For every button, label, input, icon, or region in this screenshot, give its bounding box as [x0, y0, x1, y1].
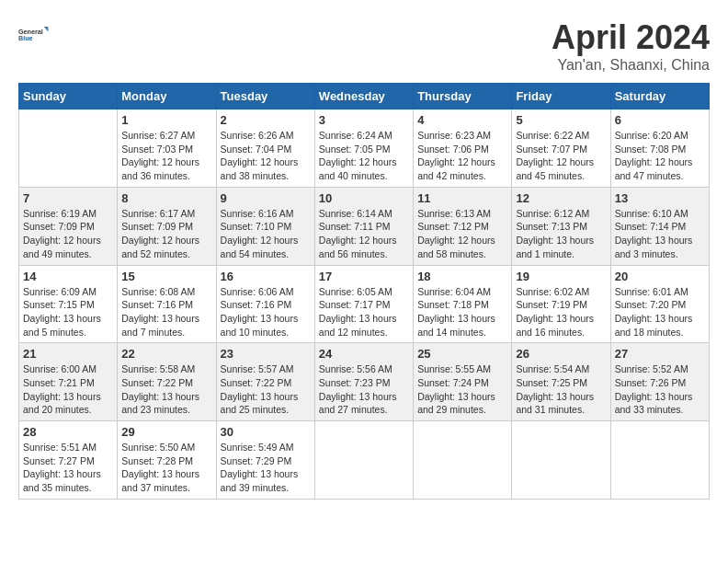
calendar-cell: 14Sunrise: 6:09 AMSunset: 7:15 PMDayligh…	[19, 265, 118, 343]
calendar-week-row: 21Sunrise: 6:00 AMSunset: 7:21 PMDayligh…	[19, 343, 710, 421]
weekday-header: Thursday	[414, 84, 512, 109]
calendar-cell: 22Sunrise: 5:58 AMSunset: 7:22 PMDayligh…	[118, 343, 216, 421]
logo: GeneralBlue	[18, 18, 55, 52]
day-info: Sunrise: 5:54 AMSunset: 7:25 PMDaylight:…	[516, 362, 606, 417]
day-number: 13	[615, 191, 705, 205]
day-number: 15	[121, 270, 211, 283]
calendar-cell: 2Sunrise: 6:26 AMSunset: 7:04 PMDaylight…	[216, 109, 314, 188]
day-info: Sunrise: 6:16 AMSunset: 7:10 PMDaylight:…	[221, 207, 311, 261]
calendar-cell: 29Sunrise: 5:50 AMSunset: 7:28 PMDayligh…	[118, 421, 216, 500]
calendar-cell: 28Sunrise: 5:51 AMSunset: 7:27 PMDayligh…	[19, 421, 118, 500]
calendar-week-row: 28Sunrise: 5:51 AMSunset: 7:27 PMDayligh…	[19, 421, 710, 500]
calendar-cell	[512, 421, 610, 500]
svg-text:Blue: Blue	[18, 34, 33, 42]
weekday-header: Tuesday	[216, 84, 314, 109]
day-number: 22	[121, 347, 211, 361]
calendar-cell: 4Sunrise: 6:23 AMSunset: 7:06 PMDaylight…	[414, 109, 512, 188]
day-info: Sunrise: 6:17 AMSunset: 7:09 PMDaylight:…	[121, 207, 211, 261]
calendar-cell: 7Sunrise: 6:19 AMSunset: 7:09 PMDaylight…	[19, 187, 118, 265]
day-info: Sunrise: 5:55 AMSunset: 7:24 PMDaylight:…	[417, 362, 507, 417]
page-header: GeneralBlue April 2024 Yan'an, Shaanxi, …	[18, 18, 710, 74]
calendar-cell: 11Sunrise: 6:13 AMSunset: 7:12 PMDayligh…	[414, 187, 512, 265]
day-info: Sunrise: 6:13 AMSunset: 7:12 PMDaylight:…	[417, 207, 507, 261]
calendar-cell: 1Sunrise: 6:27 AMSunset: 7:03 PMDaylight…	[118, 109, 216, 188]
day-info: Sunrise: 5:50 AMSunset: 7:28 PMDaylight:…	[121, 441, 211, 495]
day-info: Sunrise: 5:57 AMSunset: 7:22 PMDaylight:…	[221, 362, 311, 417]
day-number: 1	[121, 113, 211, 127]
day-info: Sunrise: 6:22 AMSunset: 7:07 PMDaylight:…	[516, 129, 606, 183]
calendar-cell	[314, 421, 413, 500]
calendar-cell: 3Sunrise: 6:24 AMSunset: 7:05 PMDaylight…	[314, 109, 413, 188]
day-info: Sunrise: 6:02 AMSunset: 7:19 PMDaylight:…	[516, 285, 606, 339]
day-number: 12	[516, 191, 606, 205]
calendar-cell: 6Sunrise: 6:20 AMSunset: 7:08 PMDaylight…	[610, 109, 709, 188]
day-info: Sunrise: 5:52 AMSunset: 7:26 PMDaylight:…	[615, 362, 705, 417]
calendar-cell: 19Sunrise: 6:02 AMSunset: 7:19 PMDayligh…	[512, 265, 610, 343]
day-info: Sunrise: 6:12 AMSunset: 7:13 PMDaylight:…	[516, 207, 606, 261]
day-info: Sunrise: 6:01 AMSunset: 7:20 PMDaylight:…	[615, 285, 705, 339]
day-info: Sunrise: 6:08 AMSunset: 7:16 PMDaylight:…	[121, 285, 211, 339]
day-number: 30	[221, 425, 311, 439]
calendar-cell	[414, 421, 512, 500]
calendar-week-row: 1Sunrise: 6:27 AMSunset: 7:03 PMDaylight…	[19, 109, 710, 188]
day-number: 26	[516, 347, 606, 361]
day-number: 11	[417, 191, 507, 205]
day-number: 3	[319, 113, 409, 127]
day-number: 18	[417, 270, 507, 283]
calendar-cell: 25Sunrise: 5:55 AMSunset: 7:24 PMDayligh…	[414, 343, 512, 421]
day-number: 14	[23, 270, 113, 283]
calendar-cell: 12Sunrise: 6:12 AMSunset: 7:13 PMDayligh…	[512, 187, 610, 265]
calendar-cell: 8Sunrise: 6:17 AMSunset: 7:09 PMDaylight…	[118, 187, 216, 265]
calendar-cell: 18Sunrise: 6:04 AMSunset: 7:18 PMDayligh…	[414, 265, 512, 343]
day-info: Sunrise: 6:14 AMSunset: 7:11 PMDaylight:…	[319, 207, 409, 261]
day-info: Sunrise: 5:49 AMSunset: 7:29 PMDaylight:…	[221, 441, 311, 495]
day-info: Sunrise: 6:23 AMSunset: 7:06 PMDaylight:…	[417, 129, 507, 183]
day-info: Sunrise: 6:04 AMSunset: 7:18 PMDaylight:…	[417, 285, 507, 339]
day-number: 21	[23, 347, 113, 361]
calendar-cell: 21Sunrise: 6:00 AMSunset: 7:21 PMDayligh…	[19, 343, 118, 421]
day-number: 8	[121, 191, 211, 205]
calendar-cell: 26Sunrise: 5:54 AMSunset: 7:25 PMDayligh…	[512, 343, 610, 421]
day-info: Sunrise: 6:06 AMSunset: 7:16 PMDaylight:…	[221, 285, 311, 339]
calendar-cell: 30Sunrise: 5:49 AMSunset: 7:29 PMDayligh…	[216, 421, 314, 500]
day-info: Sunrise: 6:20 AMSunset: 7:08 PMDaylight:…	[615, 129, 705, 183]
title-area: April 2024 Yan'an, Shaanxi, China	[552, 18, 710, 74]
day-number: 17	[319, 270, 409, 283]
calendar-cell: 23Sunrise: 5:57 AMSunset: 7:22 PMDayligh…	[216, 343, 314, 421]
weekday-header: Wednesday	[314, 84, 413, 109]
calendar-cell: 24Sunrise: 5:56 AMSunset: 7:23 PMDayligh…	[314, 343, 413, 421]
calendar-cell: 20Sunrise: 6:01 AMSunset: 7:20 PMDayligh…	[610, 265, 709, 343]
calendar-cell: 15Sunrise: 6:08 AMSunset: 7:16 PMDayligh…	[118, 265, 216, 343]
calendar-cell: 5Sunrise: 6:22 AMSunset: 7:07 PMDaylight…	[512, 109, 610, 188]
calendar-cell: 17Sunrise: 6:05 AMSunset: 7:17 PMDayligh…	[314, 265, 413, 343]
day-number: 10	[319, 191, 409, 205]
logo-icon: GeneralBlue	[18, 18, 51, 52]
calendar-cell: 9Sunrise: 6:16 AMSunset: 7:10 PMDaylight…	[216, 187, 314, 265]
calendar-cell	[19, 109, 118, 188]
day-number: 27	[615, 347, 705, 361]
day-number: 16	[221, 270, 311, 283]
day-info: Sunrise: 5:56 AMSunset: 7:23 PMDaylight:…	[319, 362, 409, 417]
day-info: Sunrise: 6:09 AMSunset: 7:15 PMDaylight:…	[23, 285, 113, 339]
weekday-header: Friday	[512, 84, 610, 109]
day-info: Sunrise: 6:05 AMSunset: 7:17 PMDaylight:…	[319, 285, 409, 339]
day-number: 29	[121, 425, 211, 439]
calendar-header-row: SundayMondayTuesdayWednesdayThursdayFrid…	[19, 84, 710, 109]
calendar-cell: 10Sunrise: 6:14 AMSunset: 7:11 PMDayligh…	[314, 187, 413, 265]
day-info: Sunrise: 5:51 AMSunset: 7:27 PMDaylight:…	[23, 441, 113, 495]
day-info: Sunrise: 6:27 AMSunset: 7:03 PMDaylight:…	[121, 129, 211, 183]
svg-marker-2	[44, 27, 49, 31]
day-number: 28	[23, 425, 113, 439]
month-title: April 2024	[552, 18, 710, 57]
day-number: 9	[221, 191, 311, 205]
day-number: 24	[319, 347, 409, 361]
day-info: Sunrise: 6:00 AMSunset: 7:21 PMDaylight:…	[23, 362, 113, 417]
day-number: 25	[417, 347, 507, 361]
calendar-week-row: 7Sunrise: 6:19 AMSunset: 7:09 PMDaylight…	[19, 187, 710, 265]
weekday-header: Saturday	[610, 84, 709, 109]
day-number: 6	[615, 113, 705, 127]
day-number: 4	[417, 113, 507, 127]
day-number: 20	[615, 270, 705, 283]
day-info: Sunrise: 6:24 AMSunset: 7:05 PMDaylight:…	[319, 129, 409, 183]
location-title: Yan'an, Shaanxi, China	[552, 57, 710, 74]
